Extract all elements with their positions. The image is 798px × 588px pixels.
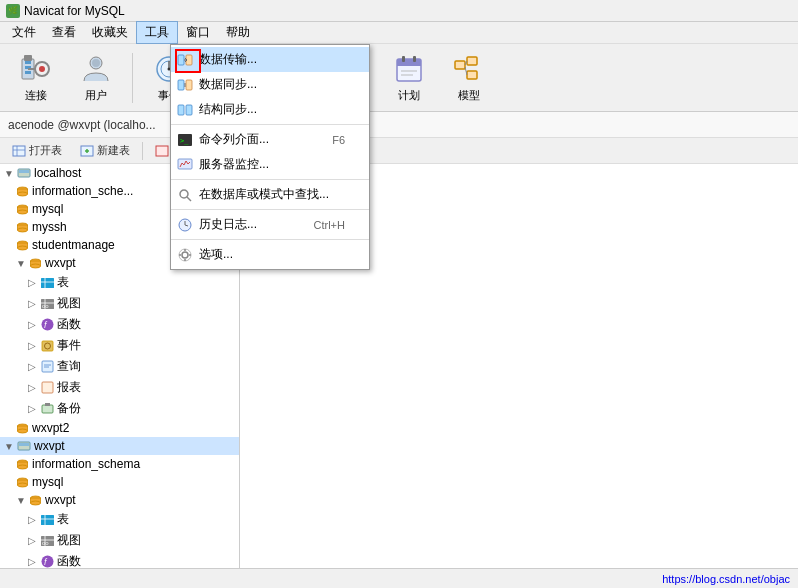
options-icon <box>177 247 193 263</box>
struct-sync-item[interactable]: 结构同步... <box>171 97 369 122</box>
data-sync-item[interactable]: 数据同步... <box>171 72 369 97</box>
menu-sep-3 <box>171 209 369 210</box>
cmd-item[interactable]: >_ 命令列介面... F6 <box>171 127 369 152</box>
data-transfer-item[interactable]: 数据传输... <box>171 47 369 72</box>
menu-sep-4 <box>171 239 369 240</box>
svg-rect-122 <box>186 105 192 115</box>
history-item[interactable]: 历史日志... Ctrl+H <box>171 212 369 237</box>
svg-rect-121 <box>178 105 184 115</box>
cmd-icon: >_ <box>177 132 193 148</box>
find-icon <box>177 187 193 203</box>
history-icon <box>177 217 193 233</box>
cmd-shortcut: F6 <box>332 134 345 146</box>
struct-sync-icon <box>177 102 193 118</box>
svg-point-126 <box>180 190 188 198</box>
svg-text:>_: >_ <box>180 137 189 145</box>
history-shortcut: Ctrl+H <box>314 219 345 231</box>
svg-rect-118 <box>186 80 192 90</box>
svg-rect-117 <box>178 80 184 90</box>
menu-sep-2 <box>171 179 369 180</box>
find-in-db-item[interactable]: 在数据库或模式中查找... <box>171 182 369 207</box>
options-item[interactable]: 选项... <box>171 242 369 267</box>
svg-rect-114 <box>178 55 184 65</box>
monitor-item[interactable]: 服务器监控... <box>171 152 369 177</box>
dropdown-overlay[interactable]: 数据传输... 数据同步... 结构同步... <box>0 0 798 588</box>
tool-dropdown-menu: 数据传输... 数据同步... 结构同步... <box>170 44 370 270</box>
svg-point-131 <box>182 252 188 258</box>
menu-sep-1 <box>171 124 369 125</box>
monitor-icon <box>177 157 193 173</box>
data-sync-icon <box>177 77 193 93</box>
svg-line-127 <box>187 197 191 201</box>
data-transfer-icon <box>177 52 193 68</box>
